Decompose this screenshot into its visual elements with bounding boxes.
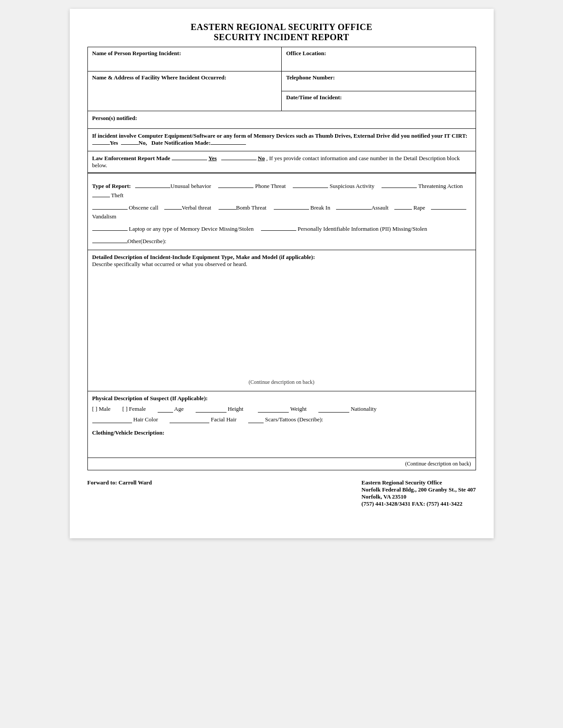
- title-line2: SECURITY INCIDENT REPORT: [87, 32, 476, 42]
- law-yes: Yes: [208, 155, 217, 161]
- persons-notified-section: Person(s) notified:: [87, 111, 476, 129]
- continue-description: (Continue description on back): [88, 377, 476, 387]
- telephone-cell: Telephone Number:: [282, 71, 476, 91]
- footer-right: Eastern Regional Security Office Norfolk…: [362, 479, 476, 507]
- title-block: EASTERN REGIONAL SECURITY OFFICE SECURIT…: [87, 22, 476, 42]
- age-field: Age: [155, 405, 184, 413]
- nationality-field: Nationality: [315, 405, 376, 413]
- law-no: No: [258, 155, 265, 161]
- clothing-row: Clothing/Vehicle Description:: [92, 427, 471, 454]
- datetime-cell: Date/Time of Incident:: [282, 91, 476, 111]
- hair-color-field: Hair Color: [92, 416, 158, 423]
- office-location-cell: Office Location:: [282, 47, 476, 71]
- weight-field: Weight: [252, 405, 306, 413]
- physical-section: Physical Description of Suspect (If Appl…: [87, 391, 476, 458]
- top-table: Name of Person Reporting Incident: Offic…: [87, 47, 476, 111]
- physical-label: Physical Description of Suspect (If Appl…: [92, 395, 208, 402]
- footer-phone: (757) 441-3428/3431 FAX: (757) 441-3422: [362, 500, 476, 507]
- physical-row-2: Hair Color Facial Hair Scars/Tattoos (De…: [92, 416, 471, 427]
- continue-back: (Continue description on back): [87, 458, 476, 470]
- footer-addr1: Norfolk Federal Bldg., 200 Granby St., S…: [362, 486, 476, 493]
- scars-field: Scars/Tattoos (Describe):: [246, 416, 323, 423]
- type-label: Type of Report:: [92, 183, 131, 189]
- footer-addr2: Norfolk, VA 23510: [362, 493, 476, 500]
- persons-notified-label: Person(s) notified:: [92, 115, 137, 121]
- datetime-label: Date/Time of Incident:: [286, 94, 342, 101]
- description-label: Detailed Description of Incident-Include…: [92, 254, 315, 260]
- type-row-3: Laptop or any type of Memory Device Miss…: [92, 225, 471, 234]
- description-sub: Describe specifically what occurred or w…: [92, 261, 248, 267]
- page: EASTERN REGIONAL SECURITY OFFICE SECURIT…: [70, 9, 494, 538]
- type-row-2: Obscene call Verbal threat Bomb Threat B…: [92, 203, 471, 222]
- description-section: Detailed Description of Incident-Include…: [87, 250, 476, 391]
- type-report-section: Type of Report: Unusual behavior Phone T…: [87, 178, 476, 250]
- facility-cell: Name & Address of Facility Where Inciden…: [87, 71, 282, 111]
- telephone-label: Telephone Number:: [286, 74, 335, 81]
- height-field: Height: [193, 405, 243, 413]
- type-row-1: Type of Report: Unusual behavior Phone T…: [92, 182, 471, 200]
- facial-hair-field: Facial Hair: [167, 416, 237, 423]
- it-cirt-section: If incident involve Computer Equipment/S…: [87, 129, 476, 151]
- physical-header: Physical Description of Suspect (If Appl…: [92, 395, 471, 402]
- facility-label: Name & Address of Facility Where Inciden…: [92, 74, 227, 81]
- type-row-4: Other(Describe):: [92, 237, 471, 246]
- female-checkbox: [ ] Female: [119, 405, 146, 413]
- footer-org: Eastern Regional Security Office: [362, 479, 476, 486]
- footer-left: Forward to: Carroll Ward: [87, 479, 152, 507]
- footer: Forward to: Carroll Ward Eastern Regiona…: [87, 479, 476, 507]
- law-report-label: Law Enforcement Report Made: [92, 155, 170, 161]
- title-line1: EASTERN REGIONAL SECURITY OFFICE: [87, 22, 476, 32]
- clothing-label: Clothing/Vehicle Description:: [92, 429, 165, 436]
- name-reporting-label: Name of Person Reporting Incident:: [92, 50, 181, 56]
- office-location-label: Office Location:: [286, 50, 326, 56]
- physical-row-1: [ ] Male [ ] Female Age Height Weight Na…: [92, 402, 471, 416]
- description-header: Detailed Description of Incident-Include…: [92, 254, 471, 268]
- law-enforcement-section: Law Enforcement Report Made Yes No , If …: [87, 151, 476, 173]
- male-checkbox: [ ] Male: [92, 405, 111, 413]
- it-notice-text: If incident involve Computer Equipment/S…: [92, 132, 471, 146]
- name-reporting-cell: Name of Person Reporting Incident:: [87, 47, 282, 71]
- forward-to: Forward to: Carroll Ward: [87, 479, 152, 486]
